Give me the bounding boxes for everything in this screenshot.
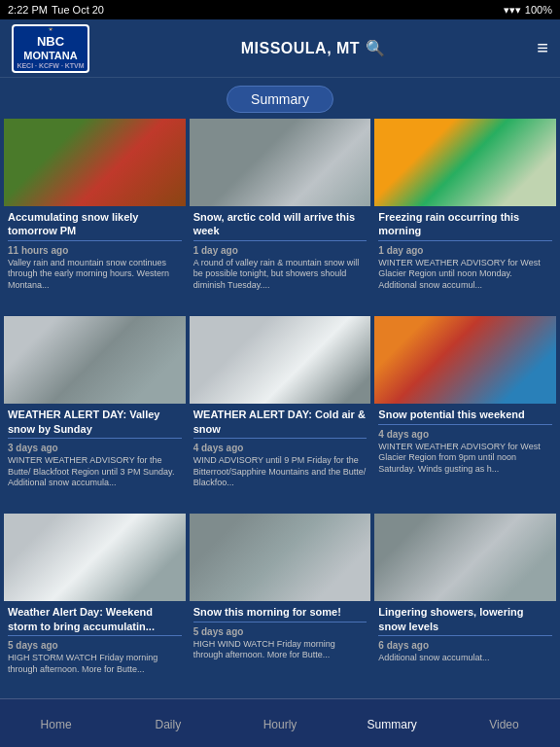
card-desc-1: Valley rain and mountain snow continues …	[8, 258, 182, 292]
news-card-2[interactable]: Snow, arctic cold will arrive this week …	[190, 119, 371, 312]
news-card-9[interactable]: Lingering showers, lowering snow levels …	[374, 514, 556, 696]
menu-icon[interactable]: ≡	[537, 37, 548, 59]
nav-item-video[interactable]: Video	[448, 699, 560, 747]
card-desc-2: A round of valley rain & mountain snow w…	[193, 258, 368, 292]
card-time-9: 6 days ago	[378, 640, 552, 651]
card-desc-4: WINTER WEATHER ADVISORY for the Butte/ B…	[8, 455, 182, 489]
search-icon[interactable]: 🔍	[366, 39, 386, 57]
nav-label-summary: Summary	[368, 718, 417, 731]
bottom-nav: HomeDailyHourlySummaryVideo	[0, 698, 560, 747]
card-time-3: 1 day ago	[378, 245, 552, 256]
card-time-8: 5 days ago	[193, 626, 368, 637]
card-time-1: 11 hours ago	[8, 245, 182, 256]
peacock-icon	[43, 26, 58, 33]
logo-montana-text: MONTANA	[23, 50, 77, 62]
header-location: MISSOULA, MT 🔍	[241, 39, 386, 57]
card-desc-9: Additional snow accumulat...	[378, 653, 552, 664]
card-image-5	[190, 316, 371, 404]
card-image-1	[4, 119, 186, 206]
card-desc-8: HIGH WIND WATCH Friday morning through a…	[193, 639, 368, 661]
card-time-7: 5 days ago	[8, 640, 182, 651]
card-time-5: 4 days ago	[193, 443, 368, 453]
card-title-7: Weather Alert Day: Weekend storm to brin…	[8, 605, 182, 633]
card-desc-6: WINTER WEATHER ADVISORY for West Glacier…	[378, 442, 552, 476]
card-time-6: 4 days ago	[378, 429, 552, 440]
news-card-6[interactable]: Snow potential this weekend 4 days ago W…	[374, 316, 556, 510]
card-title-2: Snow, arctic cold will arrive this week	[193, 210, 368, 238]
news-card-5[interactable]: WEATHER ALERT DAY: Cold air & snow 4 day…	[190, 316, 371, 510]
card-desc-5: WIND ADVISORY until 9 PM Friday for the …	[193, 455, 368, 489]
nbc-logo: NBC MONTANA KECI · KCFW · KTVM	[12, 24, 89, 73]
card-image-6	[374, 316, 556, 404]
logo-stations-text: KECI · KCFW · KTVM	[17, 62, 84, 70]
status-day: Tue Oct 20	[52, 4, 104, 16]
location-text: MISSOULA, MT	[241, 40, 360, 57]
card-title-8: Snow this morning for some!	[193, 605, 368, 619]
card-image-3	[374, 119, 556, 206]
news-card-8[interactable]: Snow this morning for some! 5 days ago H…	[190, 514, 371, 696]
card-image-2	[190, 119, 371, 206]
status-bar: 2:22 PM Tue Oct 20 ▾▾▾ 100%	[0, 0, 560, 19]
nav-label-home: Home	[41, 718, 72, 731]
nav-item-home[interactable]: Home	[0, 699, 112, 747]
news-card-7[interactable]: Weather Alert Day: Weekend storm to brin…	[4, 514, 186, 696]
card-title-5: WEATHER ALERT DAY: Cold air & snow	[193, 408, 368, 436]
nav-label-hourly: Hourly	[263, 718, 298, 731]
summary-pill[interactable]: Summary	[227, 86, 333, 113]
news-card-4[interactable]: WEATHER ALERT DAY: Valley snow by Sunday…	[4, 316, 186, 510]
summary-pill-row: Summary	[0, 78, 560, 119]
card-image-4	[4, 316, 186, 404]
status-time: 2:22 PM	[8, 4, 48, 16]
card-title-4: WEATHER ALERT DAY: Valley snow by Sunday	[8, 408, 182, 436]
nav-item-summary[interactable]: Summary	[336, 699, 448, 747]
wifi-icon: ▾▾▾	[504, 4, 521, 17]
card-desc-3: WINTER WEATHER ADVISORY for West Glacier…	[378, 258, 552, 292]
news-grid: Accumulating snow likely tomorrow PM 11 …	[0, 119, 560, 696]
card-time-4: 3 days ago	[8, 443, 182, 453]
card-desc-7: HIGH STORM WATCH Friday morning through …	[8, 653, 182, 675]
card-title-3: Freezing rain occurring this morning	[378, 210, 552, 238]
news-card-3[interactable]: Freezing rain occurring this morning 1 d…	[374, 119, 556, 312]
news-card-1[interactable]: Accumulating snow likely tomorrow PM 11 …	[4, 119, 186, 312]
nav-label-video: Video	[489, 718, 518, 731]
card-time-2: 1 day ago	[193, 245, 368, 256]
card-title-9: Lingering showers, lowering snow levels	[378, 605, 552, 633]
card-image-8	[190, 514, 371, 601]
nav-item-daily[interactable]: Daily	[112, 699, 224, 747]
card-title-1: Accumulating snow likely tomorrow PM	[8, 210, 182, 238]
battery-indicator: 100%	[525, 4, 552, 16]
card-image-7	[4, 514, 186, 601]
header: NBC MONTANA KECI · KCFW · KTVM MISSOULA,…	[0, 19, 560, 78]
nav-item-hourly[interactable]: Hourly	[224, 699, 335, 747]
logo-nbc-text: NBC	[37, 34, 64, 50]
nav-label-daily: Daily	[155, 718, 181, 731]
card-image-9	[374, 514, 556, 601]
card-title-6: Snow potential this weekend	[378, 408, 552, 421]
